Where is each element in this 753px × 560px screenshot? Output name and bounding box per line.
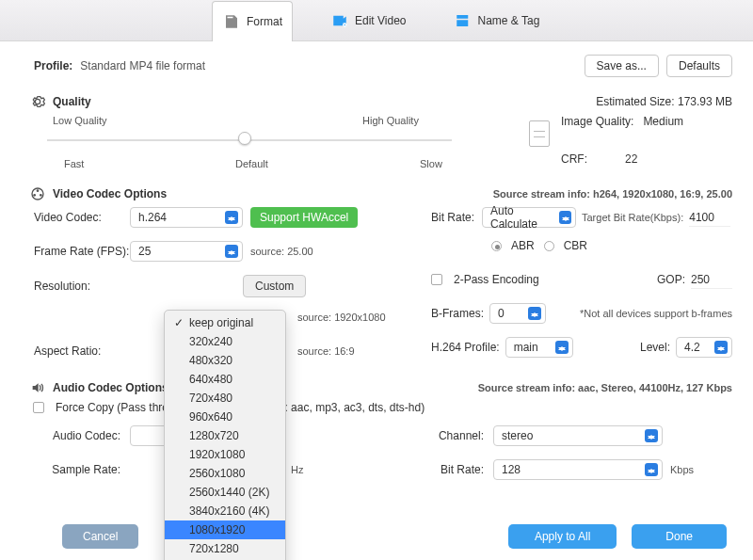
resolution-option[interactable]: 720x480 bbox=[165, 389, 285, 408]
slider-default-label: Default bbox=[235, 158, 268, 169]
resolution-option[interactable]: 1280x720 bbox=[165, 426, 285, 445]
profile-value: Standard MP4 file format bbox=[80, 59, 205, 72]
defaults-button[interactable]: Defaults bbox=[666, 55, 732, 77]
video-codec-value: h.264 bbox=[138, 211, 167, 224]
speaker-icon bbox=[30, 380, 45, 395]
resolution-option-label: 1280x720 bbox=[189, 429, 239, 442]
resolution-option[interactable]: 640x480 bbox=[165, 370, 285, 389]
resolution-option[interactable]: ✓keep original bbox=[165, 313, 285, 332]
resolution-option[interactable]: 720x1280 bbox=[165, 539, 285, 558]
check-icon: ✓ bbox=[174, 316, 184, 329]
resolution-option-label: 720x1280 bbox=[189, 542, 239, 555]
gop-value[interactable]: 250 bbox=[691, 271, 732, 289]
resolution-dropdown[interactable]: ✓keep original320x240480x320640x480720x4… bbox=[164, 310, 286, 560]
caret-icon bbox=[225, 245, 238, 258]
h264-profile-select[interactable]: main bbox=[505, 337, 573, 358]
resolution-option-label: 320x240 bbox=[189, 335, 232, 348]
tab-format[interactable]: Format bbox=[212, 1, 293, 41]
resolution-option[interactable]: 2560x1440 (2K) bbox=[165, 483, 285, 502]
quality-slider-knob[interactable] bbox=[238, 132, 251, 145]
resolution-label: Resolution: bbox=[34, 280, 130, 293]
audio-codec-section-header: Audio Codec Options Source stream info: … bbox=[30, 380, 732, 395]
gop-label: GOP: bbox=[657, 273, 685, 286]
resolution-option[interactable]: 1080x1920 bbox=[165, 520, 285, 539]
profile-label: Profile: bbox=[34, 59, 72, 72]
caret-icon bbox=[645, 463, 658, 476]
image-quality-label: Image Quality: bbox=[561, 115, 633, 128]
target-bitrate-value[interactable]: 4100 bbox=[689, 209, 730, 227]
cbr-radio[interactable]: CBR bbox=[544, 239, 587, 252]
resolution-option-label: 3840x2160 (4K) bbox=[189, 504, 269, 518]
abr-radio[interactable]: ABR bbox=[491, 239, 535, 252]
video-codec-title: Video Codec Options bbox=[53, 187, 167, 200]
audio-bitrate-unit: Kbps bbox=[670, 464, 694, 475]
bitrate-label: Bit Rate: bbox=[431, 211, 482, 224]
channel-select[interactable]: stereo bbox=[493, 425, 663, 446]
quality-title: Quality bbox=[53, 95, 91, 108]
audio-bitrate-label: Bit Rate: bbox=[410, 463, 484, 476]
resolution-option-label: 720x480 bbox=[189, 392, 232, 405]
svg-point-3 bbox=[33, 194, 36, 197]
footer-buttons: Cancel Apply to All Done bbox=[0, 524, 753, 549]
cancel-button[interactable]: Cancel bbox=[62, 524, 138, 549]
resolution-option[interactable]: 3840x2160 (4K) bbox=[165, 502, 285, 520]
quality-section-header: Quality Estimated Size: 173.93 MB bbox=[30, 94, 732, 109]
resolution-option[interactable]: 960x640 bbox=[165, 408, 285, 426]
resolution-source: source: 1920x1080 bbox=[297, 312, 386, 323]
gear-icon bbox=[30, 94, 45, 109]
done-button[interactable]: Done bbox=[632, 524, 727, 549]
video-codec-select[interactable]: h.264 bbox=[130, 207, 243, 228]
tab-format-label: Format bbox=[247, 15, 282, 28]
resolution-custom-button[interactable]: Custom bbox=[243, 275, 306, 297]
edit-video-icon bbox=[330, 12, 349, 29]
tab-bar: Format Edit Video Name & Tag bbox=[0, 0, 753, 41]
apply-to-all-button[interactable]: Apply to All bbox=[508, 524, 617, 549]
save-as-button[interactable]: Save as... bbox=[585, 55, 659, 77]
hwaccel-badge[interactable]: Support HWAccel bbox=[250, 207, 358, 228]
tab-edit-video[interactable]: Edit Video bbox=[321, 0, 416, 41]
h264-profile-value: main bbox=[514, 341, 538, 354]
audio-source-info: Source stream info: aac, Stereo, 44100Hz… bbox=[478, 382, 732, 393]
frame-rate-select[interactable]: 25 bbox=[130, 241, 243, 262]
bitrate-value: Auto Calculate bbox=[490, 204, 559, 231]
resolution-option-label: 1080x1920 bbox=[189, 523, 245, 536]
frame-rate-value: 25 bbox=[138, 245, 151, 258]
level-select[interactable]: 4.2 bbox=[676, 337, 732, 358]
frame-rate-source: source: 25.00 bbox=[250, 246, 313, 257]
content-area: Profile: Standard MP4 file format Save a… bbox=[0, 41, 753, 493]
video-codec-section-header: Video Codec Options Source stream info: … bbox=[30, 186, 732, 201]
resolution-option[interactable]: 2560x1080 bbox=[165, 464, 285, 483]
resolution-option[interactable]: 1920x1080 bbox=[165, 445, 285, 464]
channel-value: stereo bbox=[502, 429, 533, 442]
bitrate-select[interactable]: Auto Calculate bbox=[482, 207, 576, 228]
level-label: Level: bbox=[640, 341, 670, 354]
level-value: 4.2 bbox=[684, 341, 700, 354]
resolution-option-label: 640x480 bbox=[189, 373, 232, 386]
bframes-note: *Not all devices support b-frames bbox=[580, 308, 732, 319]
resolution-option-label: 2560x1080 bbox=[189, 467, 245, 480]
resolution-option[interactable]: 480x320 bbox=[165, 351, 285, 370]
crf-label: CRF: bbox=[561, 152, 587, 166]
two-pass-checkbox[interactable]: 2-Pass Encoding bbox=[431, 273, 539, 286]
bframes-value: 0 bbox=[498, 307, 505, 320]
caret-icon bbox=[645, 429, 658, 442]
crf-value: 22 bbox=[625, 152, 637, 166]
caret-icon bbox=[555, 341, 569, 354]
caret-icon bbox=[559, 211, 571, 224]
tab-name-tag[interactable]: Name & Tag bbox=[444, 0, 550, 41]
resolution-option[interactable]: 320x240 bbox=[165, 332, 285, 351]
tab-name-label: Name & Tag bbox=[478, 14, 540, 27]
format-icon bbox=[222, 13, 241, 30]
slider-slow-label: Slow bbox=[420, 158, 442, 169]
channel-label: Channel: bbox=[410, 429, 484, 442]
audio-bitrate-value: 128 bbox=[502, 463, 521, 476]
film-icon bbox=[30, 186, 45, 201]
audio-bitrate-select[interactable]: 128 bbox=[493, 459, 663, 480]
document-icon bbox=[529, 120, 550, 147]
resolution-option-label: keep original bbox=[189, 316, 253, 329]
profile-row: Profile: Standard MP4 file format Save a… bbox=[34, 55, 732, 77]
video-source-info: Source stream info: h264, 1920x1080, 16:… bbox=[493, 188, 732, 200]
svg-point-4 bbox=[40, 194, 42, 197]
bframes-label: B-Frames: bbox=[431, 307, 484, 320]
bframes-select[interactable]: 0 bbox=[489, 303, 546, 324]
